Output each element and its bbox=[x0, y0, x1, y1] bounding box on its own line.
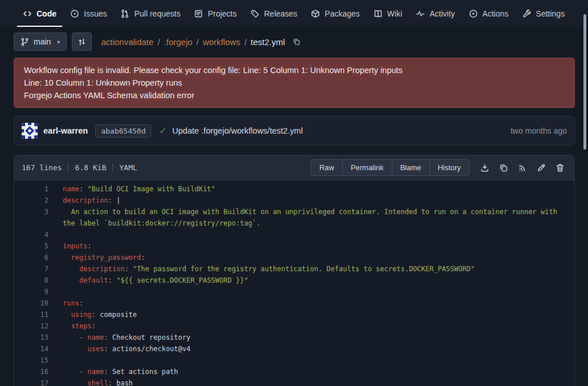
repo-tab-bar: Code Issues Pull requests Projects Relea… bbox=[0, 0, 588, 27]
line-content: runs: bbox=[48, 297, 574, 309]
line-number[interactable]: 11 bbox=[14, 309, 48, 320]
breadcrumb-separator: / bbox=[157, 37, 160, 47]
line-content: default: "${{ secrets.DOCKER_PASSWORD }}… bbox=[48, 275, 574, 286]
line-number[interactable]: 16 bbox=[14, 366, 48, 377]
breadcrumb-separator: / bbox=[244, 37, 246, 47]
code-line: 3 An action to build an OCI image with B… bbox=[14, 206, 574, 229]
code-line: 7 description: "The password for the reg… bbox=[14, 263, 574, 275]
breadcrumb-separator: / bbox=[196, 37, 198, 47]
commit-message-link[interactable]: Update .forgejo/workflows/test2.yml bbox=[172, 126, 303, 135]
line-content bbox=[48, 355, 574, 366]
line-number[interactable]: 17 bbox=[14, 377, 48, 386]
blame-button[interactable]: Blame bbox=[392, 159, 430, 176]
tab-label: Packages bbox=[325, 9, 359, 18]
tab-packages[interactable]: Packages bbox=[304, 0, 366, 27]
line-number[interactable]: 1 bbox=[14, 183, 48, 195]
line-content: inputs: bbox=[48, 240, 574, 252]
line-content: uses: actions/checkout@v4 bbox=[48, 343, 574, 355]
file-meta: 167 lines 6.8 KiB YAML bbox=[22, 163, 137, 172]
code-line: 6 registry_password: bbox=[14, 252, 574, 263]
line-content: using: composite bbox=[48, 309, 574, 320]
line-number[interactable]: 14 bbox=[14, 343, 48, 355]
line-number[interactable]: 9 bbox=[14, 286, 48, 297]
commit-time: two months ago bbox=[510, 126, 567, 135]
raw-button[interactable]: Raw bbox=[311, 159, 343, 176]
code-line: 5inputs: bbox=[14, 240, 574, 252]
line-content bbox=[48, 286, 574, 297]
compare-branches-button[interactable] bbox=[72, 33, 92, 51]
line-number[interactable]: 7 bbox=[14, 263, 48, 275]
history-button[interactable]: History bbox=[430, 159, 469, 176]
line-number[interactable]: 10 bbox=[14, 297, 48, 309]
workflow-error-banner: Workflow config file is invalid. Please … bbox=[14, 58, 575, 108]
pulse-icon bbox=[416, 9, 425, 18]
breadcrumb-dir-link-forgejo[interactable]: .forgejo bbox=[164, 37, 192, 47]
line-content: name: "Build OCI Image with BuildKit" bbox=[48, 183, 574, 195]
line-content: - name: Checkout repository bbox=[48, 332, 574, 343]
tab-wiki[interactable]: Wiki bbox=[367, 0, 409, 27]
check-icon: ✓ bbox=[159, 126, 167, 136]
code-line: 8 default: "${{ secrets.DOCKER_PASSWORD … bbox=[14, 275, 574, 286]
line-number[interactable]: 4 bbox=[14, 229, 48, 240]
line-number[interactable]: 2 bbox=[14, 195, 48, 206]
code-line: 13 - name: Checkout repository bbox=[14, 332, 574, 343]
wrench-icon bbox=[522, 9, 532, 18]
line-number[interactable]: 12 bbox=[14, 320, 48, 332]
breadcrumb-dir-link-workflows[interactable]: workflows bbox=[203, 37, 241, 47]
download-icon[interactable] bbox=[480, 163, 489, 172]
error-line: Forgejo Actions YAML Schema validation e… bbox=[24, 89, 565, 102]
tab-releases[interactable]: Releases bbox=[244, 0, 304, 27]
file-header: 167 lines 6.8 KiB YAML Raw Permalink Bla… bbox=[14, 155, 574, 180]
tab-label: Actions bbox=[482, 9, 509, 18]
package-cube-icon bbox=[311, 9, 320, 18]
line-number[interactable]: 5 bbox=[14, 240, 48, 252]
file-actions: Raw Permalink Blame History bbox=[311, 159, 567, 176]
copy-icon[interactable] bbox=[499, 163, 508, 172]
commit-author[interactable]: earl-warren bbox=[43, 126, 88, 135]
code-line: 17 shell: bash bbox=[14, 377, 574, 386]
chevron-down-icon: ▾ bbox=[57, 39, 60, 45]
tab-actions[interactable]: Actions bbox=[462, 0, 516, 27]
tab-label: Code bbox=[37, 9, 56, 18]
line-content: registry_password: bbox=[48, 252, 574, 263]
permalink-button[interactable]: Permalink bbox=[343, 159, 392, 176]
page-scrollbar-thumb[interactable] bbox=[583, 14, 586, 150]
breadcrumb-repo-link[interactable]: actionvalidate bbox=[101, 37, 153, 47]
avatar[interactable] bbox=[22, 123, 38, 139]
code-line: 2description: | bbox=[14, 195, 574, 206]
code-line: 15 bbox=[14, 355, 574, 366]
line-content: An action to build an OCI image with Bui… bbox=[48, 206, 574, 229]
line-number[interactable]: 3 bbox=[14, 206, 48, 229]
code-line: 12 steps: bbox=[14, 320, 574, 332]
rss-icon[interactable] bbox=[518, 163, 527, 172]
tab-pull-requests[interactable]: Pull requests bbox=[113, 0, 187, 27]
project-board-icon bbox=[194, 9, 203, 18]
line-number[interactable]: 13 bbox=[14, 332, 48, 343]
line-number[interactable]: 6 bbox=[14, 252, 48, 263]
tab-activity[interactable]: Activity bbox=[409, 0, 461, 27]
tab-projects[interactable]: Projects bbox=[187, 0, 244, 27]
line-content bbox=[48, 229, 574, 240]
branch-name: main bbox=[34, 37, 51, 46]
git-branch-icon bbox=[21, 38, 29, 46]
copy-path-icon[interactable] bbox=[293, 38, 301, 46]
line-number[interactable]: 8 bbox=[14, 275, 48, 286]
file-tool-icons bbox=[480, 163, 565, 172]
pencil-icon[interactable] bbox=[537, 163, 546, 172]
code-lines: 1name: "Build OCI Image with BuildKit"2d… bbox=[14, 183, 574, 386]
file-view-panel: 167 lines 6.8 KiB YAML Raw Permalink Bla… bbox=[14, 155, 575, 386]
book-icon bbox=[374, 9, 383, 18]
trash-icon[interactable] bbox=[555, 163, 565, 172]
line-content: shell: bash bbox=[48, 377, 574, 386]
tab-settings[interactable]: Settings bbox=[516, 0, 572, 27]
tab-code[interactable]: Code bbox=[16, 0, 63, 27]
line-number[interactable]: 15 bbox=[14, 355, 48, 366]
tab-label: Releases bbox=[264, 9, 297, 18]
branch-selector-button[interactable]: main ▾ bbox=[14, 33, 67, 51]
play-circle-icon bbox=[469, 9, 478, 18]
error-line: Workflow config file is invalid. Please … bbox=[24, 64, 565, 77]
code-line: 14 uses: actions/checkout@v4 bbox=[14, 343, 574, 355]
issue-circle-icon bbox=[70, 9, 79, 18]
tab-issues[interactable]: Issues bbox=[63, 0, 113, 27]
commit-hash-badge[interactable]: abab65450d bbox=[95, 124, 151, 138]
